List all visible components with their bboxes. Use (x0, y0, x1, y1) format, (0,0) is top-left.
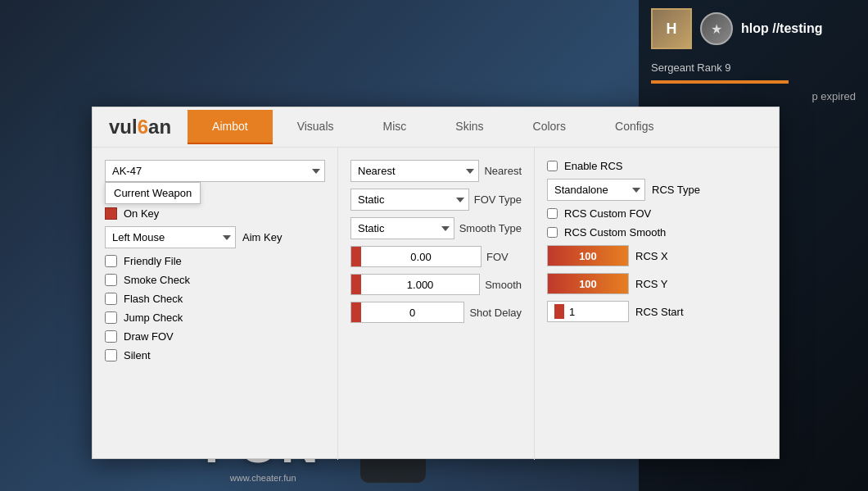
on-key-red-checkbox[interactable] (105, 207, 117, 220)
fov-type-label: FOV Type (474, 193, 522, 206)
enable-rcs-row: Enable RCS (547, 160, 766, 172)
col-left: AK-47 M4A4 AWP Deagle Glock Current Weap… (93, 148, 338, 460)
smooth-slider[interactable]: 1.000 (350, 274, 480, 295)
rcs-custom-smooth-row: RCS Custom Smooth (547, 226, 766, 239)
tab-misc[interactable]: Misc (359, 110, 432, 144)
silent-label: Silent (124, 349, 151, 361)
fov-slider-fill (351, 247, 361, 266)
smoke-check-label: Smoke Check (124, 274, 190, 286)
aim-key-label: Aim Key (242, 231, 282, 243)
rcs-type-label: RCS Type (652, 184, 700, 196)
rcs-y-slider[interactable]: 100 (547, 273, 629, 294)
on-key-row: On Key (105, 207, 325, 220)
rcs-x-fill: 100 (548, 245, 628, 266)
col-right: Enable RCS Standalone Integrated RCS Typ… (535, 148, 779, 460)
weapon-dropdown-wrapper[interactable]: AK-47 M4A4 AWP Deagle Glock Current Weap… (105, 160, 325, 182)
rcs-x-slider[interactable]: 100 (547, 245, 629, 266)
flash-check-label: Flash Check (124, 293, 183, 305)
modal-body: AK-47 M4A4 AWP Deagle Glock Current Weap… (93, 148, 779, 460)
right-panel-header: H ★ hlop //testing (639, 0, 868, 57)
smooth-label: Smooth (485, 279, 522, 291)
target-dropdown[interactable]: Nearest Closest to Crosshair Random (350, 160, 479, 182)
col-mid: Nearest Closest to Crosshair Random Near… (338, 148, 535, 460)
tab-configs[interactable]: Configs (590, 110, 678, 144)
fov-slider[interactable]: 0.00 (350, 246, 481, 267)
watermark-url: www.cheater.fun (230, 473, 296, 483)
rcs-start-label: RCS Start (635, 306, 684, 318)
rcs-custom-fov-row: RCS Custom FOV (547, 207, 766, 220)
smooth-row: 1.000 Smooth (350, 274, 522, 295)
smoke-check-checkbox[interactable] (105, 274, 117, 286)
rank-badge: H (651, 8, 692, 49)
shot-delay-label: Shot Delay (469, 307, 522, 319)
rcs-type-dropdown-wrapper[interactable]: Standalone Integrated (547, 179, 645, 201)
tabs: Aimbot Visuals Misc Skins Colors Configs (188, 110, 779, 144)
expired-text: p expired (639, 86, 868, 107)
shot-delay-slider-fill (351, 302, 361, 322)
rcs-x-label: RCS X (635, 250, 668, 262)
modal: vul6an Aimbot Visuals Misc Skins Colors … (92, 107, 780, 459)
smooth-slider-fill (351, 275, 361, 294)
fov-row: 0.00 FOV (350, 246, 522, 267)
smoke-check-row: Smoke Check (105, 274, 325, 286)
rcs-custom-smooth-checkbox[interactable] (547, 227, 558, 238)
jump-check-checkbox[interactable] (105, 311, 117, 324)
current-weapon-tooltip: Current Weapon (105, 182, 201, 204)
fov-type-row: Static Dynamic FOV Type (350, 189, 522, 211)
silent-checkbox[interactable] (105, 349, 117, 361)
aim-key-row: Left Mouse Right Mouse Middle Mouse None… (105, 226, 325, 248)
draw-fov-label: Draw FOV (124, 330, 174, 343)
rcs-type-dropdown[interactable]: Standalone Integrated (547, 179, 645, 201)
fov-type-dropdown-wrapper[interactable]: Static Dynamic (350, 189, 469, 211)
friendly-file-row: Friendly File (105, 255, 325, 267)
smooth-type-row: Static Dynamic Smooth Type (350, 217, 522, 239)
modal-header: vul6an Aimbot Visuals Misc Skins Colors … (93, 107, 779, 148)
logo-area: vul6an (93, 107, 188, 147)
shot-delay-slider[interactable]: 0 (350, 302, 464, 323)
enable-rcs-label: Enable RCS (564, 160, 623, 172)
tab-visuals[interactable]: Visuals (273, 110, 359, 144)
flash-check-row: Flash Check (105, 293, 325, 305)
shot-delay-row: 0 Shot Delay (350, 302, 522, 323)
rcs-start-input[interactable]: 1 (547, 301, 629, 322)
rank-badge2: ★ (700, 12, 733, 45)
tab-colors[interactable]: Colors (509, 110, 590, 144)
weapon-dropdown[interactable]: AK-47 M4A4 AWP Deagle Glock (105, 160, 325, 182)
target-dropdown-wrapper[interactable]: Nearest Closest to Crosshair Random (350, 160, 479, 182)
target-row: Nearest Closest to Crosshair Random Near… (350, 160, 522, 182)
rank-info: Sergeant Rank 9 (639, 57, 868, 78)
on-key-label: On Key (124, 207, 159, 220)
server-name: hlop //testing (741, 21, 823, 36)
smooth-type-label: Smooth Type (459, 222, 522, 234)
draw-fov-checkbox[interactable] (105, 330, 117, 343)
shot-delay-value: 0 (361, 307, 463, 319)
rcs-custom-fov-checkbox[interactable] (547, 208, 558, 219)
smooth-type-dropdown[interactable]: Static Dynamic (350, 217, 454, 239)
enable-rcs-checkbox[interactable] (547, 161, 558, 171)
logo-text: vul6an (109, 116, 171, 139)
rcs-y-row: 100 RCS Y (547, 273, 766, 294)
aim-key-dropdown-wrapper[interactable]: Left Mouse Right Mouse Middle Mouse None (105, 226, 236, 248)
flash-check-checkbox[interactable] (105, 293, 117, 305)
rcs-custom-fov-label: RCS Custom FOV (564, 207, 651, 220)
target-label: Nearest (484, 165, 522, 177)
rcs-start-value: 1 (569, 306, 575, 318)
silent-row: Silent (105, 349, 325, 361)
jump-check-label: Jump Check (124, 311, 183, 324)
tab-skins[interactable]: Skins (431, 110, 508, 144)
rcs-start-row: 1 RCS Start (547, 301, 766, 322)
fov-type-dropdown[interactable]: Static Dynamic (350, 189, 469, 211)
rcs-type-row: Standalone Integrated RCS Type (547, 179, 766, 201)
fov-label: FOV (486, 251, 509, 263)
rcs-start-red-fill (554, 304, 564, 319)
rcs-y-fill: 100 (548, 273, 628, 294)
aim-key-dropdown[interactable]: Left Mouse Right Mouse Middle Mouse None (105, 226, 236, 248)
jump-check-row: Jump Check (105, 311, 325, 324)
draw-fov-row: Draw FOV (105, 330, 325, 343)
smooth-value: 1.000 (361, 279, 479, 291)
rank-progress-bar (651, 80, 789, 84)
friendly-file-checkbox[interactable] (105, 255, 117, 267)
smooth-type-dropdown-wrapper[interactable]: Static Dynamic (350, 217, 454, 239)
rcs-x-value: 100 (579, 250, 597, 262)
tab-aimbot[interactable]: Aimbot (188, 110, 273, 144)
